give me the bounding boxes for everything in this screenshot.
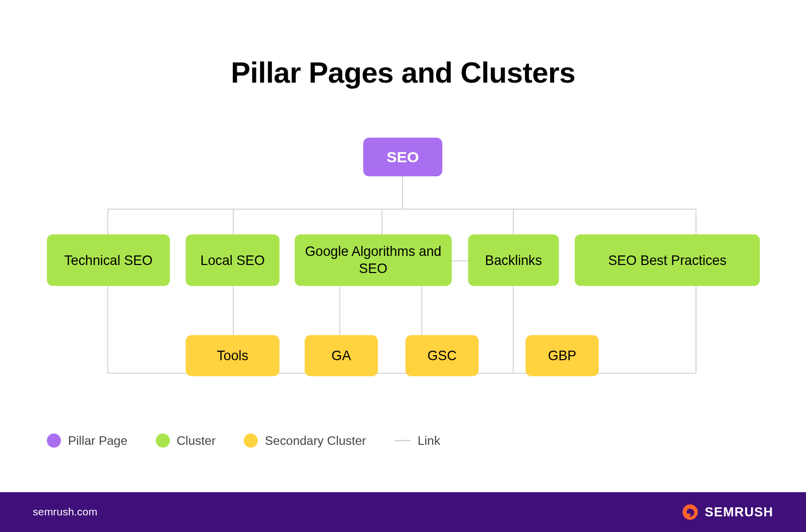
node-secondary-gsc: GSC [406, 335, 479, 376]
diagram-container: SEO Technical SEO Local SEO Google Algor… [0, 129, 806, 398]
footer-url: semrush.com [33, 506, 97, 518]
node-secondary-gbp: GBP [525, 335, 598, 376]
legend-cluster: Cluster [156, 434, 216, 448]
footer-bar: semrush.com SEMRUSH [0, 492, 806, 532]
node-secondary-tools: Tools [186, 335, 280, 376]
node-cluster-local-seo: Local SEO [186, 234, 280, 286]
legend-pillar-label: Pillar Page [68, 434, 127, 448]
node-cluster-technical-seo: Technical SEO [47, 234, 170, 286]
link-dash-icon [394, 440, 411, 441]
secondary-dot-icon [244, 434, 258, 448]
legend-secondary-label: Secondary Cluster [265, 434, 366, 448]
legend-link: Link [394, 434, 440, 448]
node-cluster-google-algorithms: Google Algorithms and SEO [295, 234, 452, 286]
node-cluster-seo-best-practices: SEO Best Practices [575, 234, 760, 286]
pillar-dot-icon [47, 434, 61, 448]
brand-name: SEMRUSH [705, 504, 773, 519]
brand: SEMRUSH [682, 503, 774, 521]
node-pillar-seo: SEO [363, 138, 442, 176]
page-title: Pillar Pages and Clusters [0, 55, 806, 89]
semrush-flame-icon [682, 503, 699, 521]
cluster-dot-icon [156, 434, 170, 448]
legend-secondary: Secondary Cluster [244, 434, 366, 448]
node-cluster-backlinks: Backlinks [468, 234, 559, 286]
node-secondary-ga: GA [305, 335, 378, 376]
legend-cluster-label: Cluster [177, 434, 216, 448]
legend-pillar: Pillar Page [47, 434, 127, 448]
legend-link-label: Link [418, 434, 440, 448]
legend: Pillar Page Cluster Secondary Cluster Li… [47, 434, 440, 448]
